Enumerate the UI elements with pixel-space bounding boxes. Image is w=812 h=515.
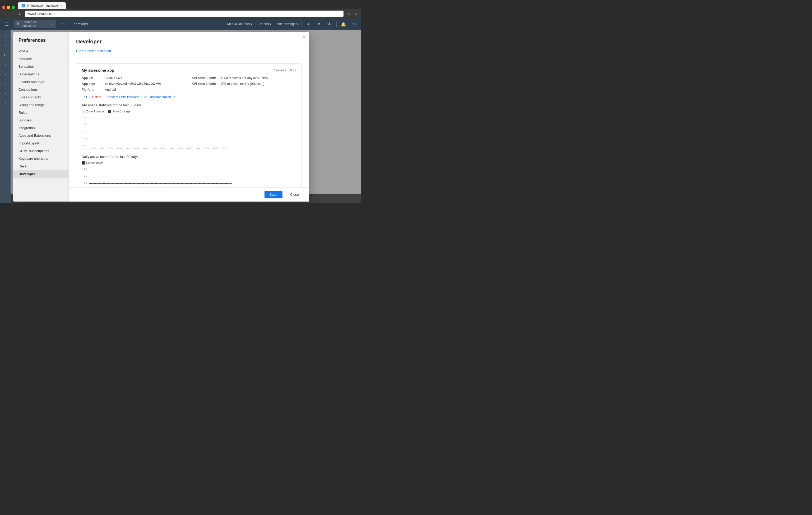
pref-item-folders-tags[interactable]: Folders and tags [13,78,68,86]
address-bar[interactable]: www.inoreader.com [25,10,344,17]
pref-item-profile[interactable]: Profile [13,47,68,55]
content-area: Preferences Profile Interface Behaviour … [10,30,361,203]
search-subscribe-input[interactable]: 🔍 Search or subscribe ▾ [14,20,56,28]
app-id-value: 1000102325 [105,76,122,80]
unread-dropdown[interactable]: ▾ [270,22,271,26]
svg-point-67 [225,183,227,184]
delete-link[interactable]: Delete [92,95,102,99]
svg-text:31/01: 31/01 [126,147,131,150]
create-app-link[interactable]: Create new application [76,49,111,53]
api-zone1-value: 10,000 requests per day (0% used) [218,76,268,80]
app-id-label: App ID: [82,76,103,80]
edit-link[interactable]: Edit [82,95,87,99]
pref-item-email-contacts[interactable]: Email contacts [13,93,68,101]
sidebar-item-3[interactable]: › [1,60,9,69]
pref-item-bundles[interactable]: Bundles [13,116,68,124]
view-toggle-btn[interactable]: 👁 [326,20,333,28]
back-btn[interactable]: ‹ [3,11,8,17]
app-toolbar: ☰ 🔍 Search or subscribe ▾ ↻ Inoreader Ma… [0,19,361,30]
api-usage-chart: 1.0 0.5 0.0 -0.5 -1.0 [82,115,235,150]
minimize-window-btn[interactable] [7,6,10,9]
prev-item-btn[interactable]: ▲ [304,20,312,28]
modal-close-btn[interactable]: × [302,35,306,40]
pref-item-connections[interactable]: Connections [13,86,68,93]
svg-text:27/01: 27/01 [108,147,113,150]
pref-item-interface[interactable]: Interface [13,55,68,63]
pref-item-apps-extensions[interactable]: Apps and Extensions [13,132,68,139]
app-key-label: App key: [82,82,103,86]
svg-text:22/02: 22/02 [222,147,227,150]
preferences-sidebar: Preferences Profile Interface Behaviour … [13,32,69,201]
pref-item-behaviour[interactable]: Behaviour [13,63,68,70]
mark-all-read-dropdown[interactable]: ▾ [251,22,252,26]
svg-text:10/02: 10/02 [169,147,174,150]
sidebar-refresh[interactable]: ↻ [1,51,9,59]
tab-close-btn[interactable]: × [60,4,62,7]
reload-btn[interactable]: ↻ [18,11,23,17]
pref-item-opml[interactable]: OPML subscriptions [13,147,68,155]
preferences-modal: Preferences Profile Interface Behaviour … [13,32,309,201]
sidebar-item-2[interactable]: › [1,41,9,50]
menu-btn[interactable]: ≡ [353,11,358,17]
notifications-btn[interactable]: 🔔 [340,20,347,28]
next-item-btn[interactable]: ▼ [315,20,323,28]
svg-point-42 [116,183,118,184]
mark-all-read-label: Mark all as read [227,22,250,26]
request-limits-link[interactable]: Request limits increase [107,95,139,99]
pref-item-developer[interactable]: Developer [13,170,68,178]
svg-point-53 [164,183,166,184]
svg-text:-1.0: -1.0 [83,144,87,147]
extensions-btn[interactable]: ⊞ [346,11,351,17]
unread-label: Unread [258,22,269,26]
app-key-value: kk18irxGeoXA5wyFg9U2PpTuabDu2WWG [105,82,161,85]
unread-count: 0 [256,22,257,26]
pref-item-rules[interactable]: Rules [13,109,68,116]
pref-item-subscriptions[interactable]: Subscriptions [13,70,68,78]
app-name: My awesome app [82,68,114,73]
mark-all-read-btn[interactable]: Mark all as read ▾ [227,22,252,26]
sidebar-item-6[interactable]: › [1,89,9,97]
refresh-btn[interactable]: ↻ [59,20,66,28]
pref-item-reset[interactable]: Reset [13,162,68,170]
app-id-row: App ID: 1000102325 [82,76,186,80]
sidebar-item-4[interactable]: › [1,70,9,78]
search-icon: 🔍 [17,22,20,26]
folder-settings-dropdown[interactable]: ▾ [296,22,298,26]
api-zone1-label: API zone 1 limit: [192,76,216,80]
pref-item-import-export[interactable]: Import/Export [13,139,68,147]
folder-settings-label: Folder settings [274,22,295,26]
app-card-header: My awesome app Created at 10:21 [82,68,296,73]
sidebar-item-5[interactable]: › [1,79,9,88]
pref-item-billing[interactable]: Billing and usage [13,101,68,109]
svg-text:1.0: 1.0 [84,168,87,170]
close-button[interactable]: Close [285,191,304,198]
forward-btn[interactable]: › [10,11,15,17]
svg-text:0.0: 0.0 [84,182,87,184]
app-created: Created at 10:21 [273,69,296,72]
unread-count-btn[interactable]: 0 Unread ▾ [256,22,271,26]
svg-text:-0.5: -0.5 [83,137,87,140]
svg-text:23/01: 23/01 [91,147,96,150]
save-button[interactable]: Save [264,191,283,198]
svg-point-56 [177,183,179,184]
sidebar-toggle-btn[interactable]: ☰ [3,20,10,28]
legend-unique: Unique users [82,161,103,165]
sidebar-item-7[interactable]: › [1,99,9,107]
pref-item-keyboard[interactable]: Keyboard shortcuts [13,155,68,162]
settings-btn[interactable]: ⚙ [350,20,358,28]
tab-title: (4) Inoreader - Inoreader [27,4,59,7]
tab-favicon: i [22,4,25,7]
svg-text:29/01: 29/01 [117,147,122,150]
modal-footer: Save Close [69,187,309,201]
svg-text:12/02: 12/02 [178,147,183,150]
api-zone2-value: 1,000 request per day (0% used) [218,82,264,86]
svg-text:0.5: 0.5 [84,123,87,126]
svg-text:04/02: 04/02 [143,147,148,150]
maximize-window-btn[interactable] [11,6,15,9]
pref-item-integration[interactable]: Integration [13,124,68,132]
close-window-btn[interactable] [2,6,5,9]
folder-settings-btn[interactable]: Folder settings ▾ [274,22,298,26]
sidebar-item-1[interactable]: › [1,32,9,40]
api-docs-link[interactable]: API documentation [144,95,171,99]
browser-tab[interactable]: i (4) Inoreader - Inoreader × [18,2,66,9]
